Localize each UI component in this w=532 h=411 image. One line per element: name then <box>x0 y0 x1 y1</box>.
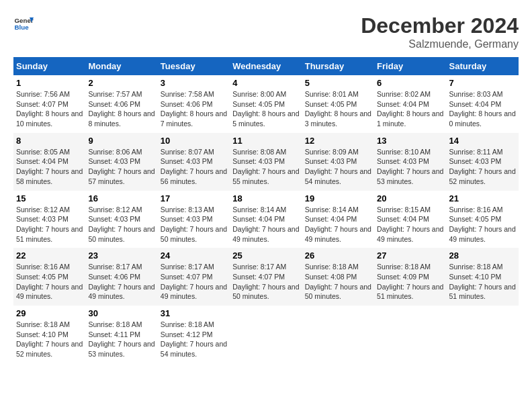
day-number: 15 <box>16 193 83 203</box>
day-cell: 11Sunrise: 8:08 AMSunset: 4:03 PMDayligh… <box>230 133 302 191</box>
day-number: 19 <box>305 193 371 203</box>
day-info: Sunrise: 8:17 AMSunset: 4:07 PMDaylight:… <box>161 262 227 302</box>
day-cell: 26Sunrise: 8:18 AMSunset: 4:08 PMDayligh… <box>302 248 374 306</box>
day-cell: 14Sunrise: 8:11 AMSunset: 4:03 PMDayligh… <box>447 133 519 191</box>
day-cell <box>302 306 374 363</box>
day-info: Sunrise: 8:18 AMSunset: 4:12 PMDaylight:… <box>161 320 227 359</box>
day-number: 7 <box>449 78 516 88</box>
day-cell: 2Sunrise: 7:57 AMSunset: 4:06 PMDaylight… <box>85 75 157 133</box>
day-number: 5 <box>305 78 371 88</box>
day-info: Sunrise: 7:58 AMSunset: 4:06 PMDaylight:… <box>161 89 227 129</box>
day-cell: 30Sunrise: 8:18 AMSunset: 4:11 PMDayligh… <box>85 306 157 363</box>
month-title: December 2024 <box>361 13 519 38</box>
day-cell <box>374 306 446 363</box>
calendar-table: SundayMondayTuesdayWednesdayThursdayFrid… <box>13 57 519 363</box>
day-info: Sunrise: 8:09 AMSunset: 4:03 PMDaylight:… <box>305 147 371 187</box>
day-cell: 23Sunrise: 8:17 AMSunset: 4:06 PMDayligh… <box>85 248 157 306</box>
day-cell <box>230 306 302 363</box>
page-header: General Blue December 2024 Salzmuende, G… <box>13 13 519 50</box>
day-cell: 29Sunrise: 8:18 AMSunset: 4:10 PMDayligh… <box>13 306 85 363</box>
day-info: Sunrise: 8:08 AMSunset: 4:03 PMDaylight:… <box>232 147 299 187</box>
day-number: 13 <box>377 136 443 146</box>
day-info: Sunrise: 7:56 AMSunset: 4:07 PMDaylight:… <box>16 89 83 129</box>
logo: General Blue <box>13 13 34 34</box>
day-cell: 17Sunrise: 8:13 AMSunset: 4:03 PMDayligh… <box>158 191 230 248</box>
day-number: 24 <box>161 250 227 261</box>
header-row: SundayMondayTuesdayWednesdayThursdayFrid… <box>13 57 519 75</box>
day-info: Sunrise: 8:07 AMSunset: 4:03 PMDaylight:… <box>161 147 227 187</box>
day-cell: 10Sunrise: 8:07 AMSunset: 4:03 PMDayligh… <box>158 133 230 191</box>
day-number: 2 <box>88 78 154 88</box>
day-number: 29 <box>16 308 83 318</box>
col-header-wednesday: Wednesday <box>230 57 302 75</box>
day-info: Sunrise: 8:11 AMSunset: 4:03 PMDaylight:… <box>449 147 516 187</box>
day-number: 14 <box>449 136 516 146</box>
day-number: 20 <box>377 193 443 203</box>
day-cell: 1Sunrise: 7:56 AMSunset: 4:07 PMDaylight… <box>13 75 85 133</box>
day-cell: 6Sunrise: 8:02 AMSunset: 4:04 PMDaylight… <box>374 75 446 133</box>
col-header-monday: Monday <box>85 57 157 75</box>
week-row-4: 22Sunrise: 8:16 AMSunset: 4:05 PMDayligh… <box>13 248 519 306</box>
day-number: 21 <box>449 193 516 203</box>
day-number: 25 <box>232 250 299 261</box>
week-row-3: 15Sunrise: 8:12 AMSunset: 4:03 PMDayligh… <box>13 191 519 248</box>
day-number: 18 <box>232 193 299 203</box>
day-info: Sunrise: 8:16 AMSunset: 4:05 PMDaylight:… <box>449 205 516 244</box>
day-info: Sunrise: 8:14 AMSunset: 4:04 PMDaylight:… <box>232 205 299 244</box>
day-cell: 12Sunrise: 8:09 AMSunset: 4:03 PMDayligh… <box>302 133 374 191</box>
day-number: 11 <box>232 136 299 146</box>
day-cell: 31Sunrise: 8:18 AMSunset: 4:12 PMDayligh… <box>158 306 230 363</box>
day-info: Sunrise: 8:12 AMSunset: 4:03 PMDaylight:… <box>16 205 83 244</box>
day-number: 16 <box>88 193 154 203</box>
day-info: Sunrise: 8:00 AMSunset: 4:05 PMDaylight:… <box>232 89 299 129</box>
day-number: 26 <box>305 250 371 261</box>
day-info: Sunrise: 8:01 AMSunset: 4:05 PMDaylight:… <box>305 89 371 129</box>
col-header-thursday: Thursday <box>302 57 374 75</box>
day-info: Sunrise: 8:14 AMSunset: 4:04 PMDaylight:… <box>305 205 371 244</box>
day-cell: 8Sunrise: 8:05 AMSunset: 4:04 PMDaylight… <box>13 133 85 191</box>
day-cell: 5Sunrise: 8:01 AMSunset: 4:05 PMDaylight… <box>302 75 374 133</box>
day-number: 30 <box>88 308 154 318</box>
col-header-saturday: Saturday <box>447 57 519 75</box>
day-number: 8 <box>16 136 83 146</box>
day-cell: 18Sunrise: 8:14 AMSunset: 4:04 PMDayligh… <box>230 191 302 248</box>
day-number: 22 <box>16 250 83 261</box>
day-number: 27 <box>377 250 443 261</box>
day-info: Sunrise: 8:18 AMSunset: 4:10 PMDaylight:… <box>16 320 83 359</box>
day-number: 1 <box>16 78 83 88</box>
week-row-5: 29Sunrise: 8:18 AMSunset: 4:10 PMDayligh… <box>13 306 519 363</box>
day-info: Sunrise: 8:18 AMSunset: 4:09 PMDaylight:… <box>377 262 443 302</box>
day-info: Sunrise: 7:57 AMSunset: 4:06 PMDaylight:… <box>88 89 154 129</box>
day-info: Sunrise: 8:03 AMSunset: 4:04 PMDaylight:… <box>449 89 516 129</box>
day-cell: 4Sunrise: 8:00 AMSunset: 4:05 PMDaylight… <box>230 75 302 133</box>
day-info: Sunrise: 8:02 AMSunset: 4:04 PMDaylight:… <box>377 89 443 129</box>
day-cell <box>447 306 519 363</box>
day-cell: 16Sunrise: 8:12 AMSunset: 4:03 PMDayligh… <box>85 191 157 248</box>
col-header-sunday: Sunday <box>13 57 85 75</box>
week-row-2: 8Sunrise: 8:05 AMSunset: 4:04 PMDaylight… <box>13 133 519 191</box>
day-number: 3 <box>161 78 227 88</box>
day-cell: 25Sunrise: 8:17 AMSunset: 4:07 PMDayligh… <box>230 248 302 306</box>
day-cell: 22Sunrise: 8:16 AMSunset: 4:05 PMDayligh… <box>13 248 85 306</box>
day-cell: 21Sunrise: 8:16 AMSunset: 4:05 PMDayligh… <box>447 191 519 248</box>
day-cell: 28Sunrise: 8:18 AMSunset: 4:10 PMDayligh… <box>447 248 519 306</box>
day-number: 17 <box>161 193 227 203</box>
day-info: Sunrise: 8:18 AMSunset: 4:08 PMDaylight:… <box>305 262 371 302</box>
day-cell: 3Sunrise: 7:58 AMSunset: 4:06 PMDaylight… <box>158 75 230 133</box>
day-cell: 7Sunrise: 8:03 AMSunset: 4:04 PMDaylight… <box>447 75 519 133</box>
svg-text:Blue: Blue <box>15 24 30 31</box>
day-number: 12 <box>305 136 371 146</box>
day-number: 10 <box>161 136 227 146</box>
day-cell: 27Sunrise: 8:18 AMSunset: 4:09 PMDayligh… <box>374 248 446 306</box>
day-info: Sunrise: 8:16 AMSunset: 4:05 PMDaylight:… <box>16 262 83 302</box>
day-number: 4 <box>232 78 299 88</box>
day-info: Sunrise: 8:18 AMSunset: 4:11 PMDaylight:… <box>88 320 154 359</box>
day-cell: 19Sunrise: 8:14 AMSunset: 4:04 PMDayligh… <box>302 191 374 248</box>
day-cell: 9Sunrise: 8:06 AMSunset: 4:03 PMDaylight… <box>85 133 157 191</box>
location: Salzmuende, Germany <box>361 38 519 50</box>
title-section: December 2024 Salzmuende, Germany <box>361 13 519 50</box>
day-info: Sunrise: 8:17 AMSunset: 4:06 PMDaylight:… <box>88 262 154 302</box>
day-info: Sunrise: 8:05 AMSunset: 4:04 PMDaylight:… <box>16 147 83 187</box>
day-cell: 24Sunrise: 8:17 AMSunset: 4:07 PMDayligh… <box>158 248 230 306</box>
col-header-tuesday: Tuesday <box>158 57 230 75</box>
